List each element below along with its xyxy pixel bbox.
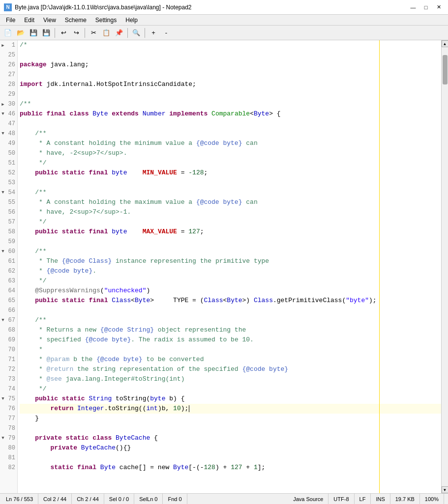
copy-button[interactable]: 📋 (100, 27, 112, 39)
open-button[interactable]: 📂 (15, 27, 27, 39)
fold-marker-54[interactable]: ▼ (0, 188, 6, 197)
code-line-69: * specified {@code byte}. The radix is a… (20, 335, 441, 345)
fold-marker-48[interactable]: ▼ (0, 129, 6, 139)
code-line-76: return Integer.toString((int)b, 10); (20, 404, 441, 414)
code-line-30: /** (20, 99, 441, 109)
code-line-53 (20, 178, 441, 188)
zoom-out-button[interactable]: - (160, 27, 172, 39)
code-line-67: /** (20, 315, 441, 325)
scrollbar-down[interactable]: ▼ (442, 486, 448, 493)
save-button[interactable]: 💾 (28, 27, 39, 39)
code-line-66 (20, 306, 441, 315)
line-number-65: 65 (0, 296, 17, 306)
code-line-82: static final Byte cache[] = new Byte[-(-… (20, 463, 441, 473)
menu-edit[interactable]: Edit (20, 16, 38, 25)
line-number-1: ▶1 (0, 40, 17, 50)
fold-marker-60[interactable]: ▼ (0, 247, 6, 256)
line-number-77: 77 (0, 414, 17, 423)
menu-scheme[interactable]: Scheme (61, 16, 90, 25)
menu-file[interactable]: File (2, 16, 19, 25)
status-encoding: UTF-8 (329, 494, 354, 504)
line-number-62: 62 (0, 266, 17, 276)
code-line-47 (20, 119, 441, 129)
status-bar: Ln 76 / 553 Col 2 / 44 Ch 2 / 44 Sel 0 /… (0, 493, 448, 504)
line-number-63: 63 (0, 276, 17, 286)
line-number-49: 49 (0, 139, 17, 148)
code-line-64: @SuppressWarnings("unchecked") (20, 286, 441, 296)
scrollbar[interactable]: ▲ ▼ (441, 40, 448, 493)
line-number-73: 73 (0, 374, 17, 384)
code-line-72: * @return the string representation of t… (20, 364, 441, 374)
line-number-68: 68 (0, 325, 17, 335)
close-button[interactable]: ✕ (433, 2, 444, 12)
line-number-52: 52 (0, 168, 17, 178)
code-content[interactable]: /*package java.lang;import jdk.internal.… (18, 40, 441, 493)
status-selln: SelLn 0 (134, 494, 163, 504)
window-controls[interactable]: — □ ✕ (408, 2, 444, 12)
toolbar-sep-2 (85, 28, 85, 38)
code-line-78 (20, 423, 441, 433)
code-line-29 (20, 89, 441, 99)
column-marker (379, 40, 380, 493)
status-size: 19.7 KB (390, 494, 420, 504)
line-number-48: ▼48 (0, 129, 17, 139)
code-line-25 (20, 50, 441, 60)
text-cursor (189, 405, 189, 412)
code-line-55: * A constant holding the maximum value a… (20, 197, 441, 207)
code-line-56: * have, 2<sup>7</sup>-1. (20, 207, 441, 217)
code-line-81 (20, 453, 441, 463)
menu-help[interactable]: Help (121, 16, 142, 25)
code-line-26: package java.lang; (20, 60, 441, 70)
redo-button[interactable]: ↪ (70, 27, 82, 39)
fold-marker-30[interactable]: ▶ (0, 99, 6, 109)
toolbar-sep-1 (55, 28, 55, 38)
save2-button[interactable]: 💾 (40, 27, 52, 39)
code-line-70: * (20, 345, 441, 355)
new-button[interactable]: 📄 (2, 27, 14, 39)
title-bar-left: N Byte.java [D:\Java\jdk-11.0.1\lib\src\… (4, 3, 192, 11)
undo-button[interactable]: ↩ (58, 27, 69, 39)
code-line-77: } (20, 414, 441, 423)
scrollbar-thumb[interactable] (443, 55, 448, 84)
scrollbar-up[interactable]: ▲ (442, 40, 448, 47)
fold-marker-67[interactable]: ▼ (0, 315, 6, 325)
minimize-button[interactable]: — (408, 2, 418, 12)
line-number-80: 80 (0, 443, 17, 453)
code-line-71: * @param b the {@code byte} to be conver… (20, 355, 441, 364)
line-number-79: ▼79 (0, 433, 17, 443)
fold-marker-46[interactable]: ▼ (0, 109, 6, 119)
find-button[interactable]: 🔍 (130, 27, 142, 39)
line-number-71: 71 (0, 355, 17, 364)
code-area[interactable]: ▶12526272829▶30▼4647▼484950515253▼545556… (0, 40, 448, 493)
menu-view[interactable]: View (39, 16, 60, 25)
line-number-59: 59 (0, 237, 17, 247)
fold-marker-75[interactable]: ▼ (0, 394, 6, 404)
code-line-27 (20, 70, 441, 80)
code-line-62: * {@code byte}. (20, 266, 441, 276)
line-number-69: 69 (0, 335, 17, 345)
cut-button[interactable]: ✂ (88, 27, 99, 39)
code-line-46: public final class Byte extends Number i… (20, 109, 441, 119)
line-number-76: 76 (0, 404, 17, 414)
paste-button[interactable]: 📌 (113, 27, 125, 39)
line-number-72: 72 (0, 364, 17, 374)
status-fnd: Fnd 0 (163, 494, 187, 504)
code-line-57: */ (20, 217, 441, 227)
code-line-48: /** (20, 129, 441, 139)
maximize-button[interactable]: □ (420, 2, 431, 12)
line-number-26: 26 (0, 60, 17, 70)
code-line-52: public static final byte MIN_VALUE = -12… (20, 168, 441, 178)
line-number-54: ▼54 (0, 188, 17, 197)
code-line-61: * The {@code Class} instance representin… (20, 256, 441, 266)
app-icon: N (4, 3, 12, 11)
fold-marker-1[interactable]: ▶ (0, 40, 6, 50)
line-number-82: 82 (0, 463, 17, 473)
code-line-73: * @see java.lang.Integer#toString(int) (20, 374, 441, 384)
menu-settings[interactable]: Settings (91, 16, 120, 25)
fold-marker-79[interactable]: ▼ (0, 433, 6, 443)
line-number-58: 58 (0, 227, 17, 237)
code-line-51: */ (20, 158, 441, 168)
zoom-in-button[interactable]: + (148, 27, 159, 39)
line-number-56: 56 (0, 207, 17, 217)
status-lang: Java Source (288, 494, 329, 504)
